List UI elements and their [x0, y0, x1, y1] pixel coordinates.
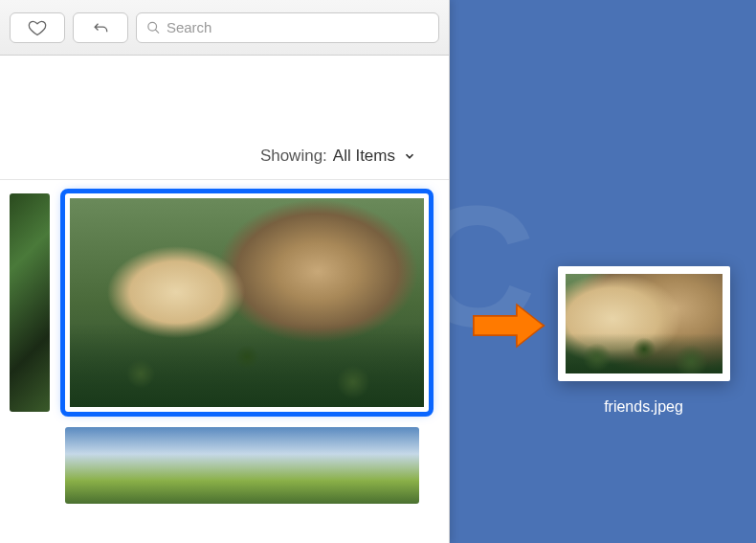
chevron-down-icon — [403, 149, 416, 163]
search-icon — [146, 20, 161, 35]
toolbar — [0, 0, 449, 56]
finder-window: Showing: All Items — [0, 0, 450, 543]
share-icon — [91, 18, 110, 37]
search-box[interactable] — [136, 12, 439, 43]
svg-line-7 — [155, 29, 159, 33]
pets-image — [70, 198, 424, 407]
thumbnail-item[interactable] — [65, 427, 419, 504]
file-name-label: friends.jpeg — [604, 398, 683, 416]
drag-arrow — [469, 297, 545, 354]
thumbnail-grid — [0, 180, 449, 517]
thumbnail-item-selected[interactable] — [65, 193, 429, 412]
filter-dropdown[interactable]: Showing: All Items — [260, 147, 416, 166]
desktop-file-icon[interactable]: friends.jpeg — [555, 266, 732, 416]
thumbnail-item[interactable] — [10, 193, 50, 412]
heart-icon — [28, 18, 47, 37]
desktop-thumbnail — [558, 266, 730, 381]
pets-image-small — [566, 274, 723, 373]
favorite-button[interactable] — [10, 12, 65, 43]
filter-label-text: Showing: — [260, 147, 327, 166]
svg-point-6 — [148, 22, 157, 31]
filter-bar: Showing: All Items — [0, 56, 449, 180]
share-button[interactable] — [73, 12, 128, 43]
search-input[interactable] — [167, 19, 429, 35]
filter-value: All Items — [333, 147, 395, 166]
